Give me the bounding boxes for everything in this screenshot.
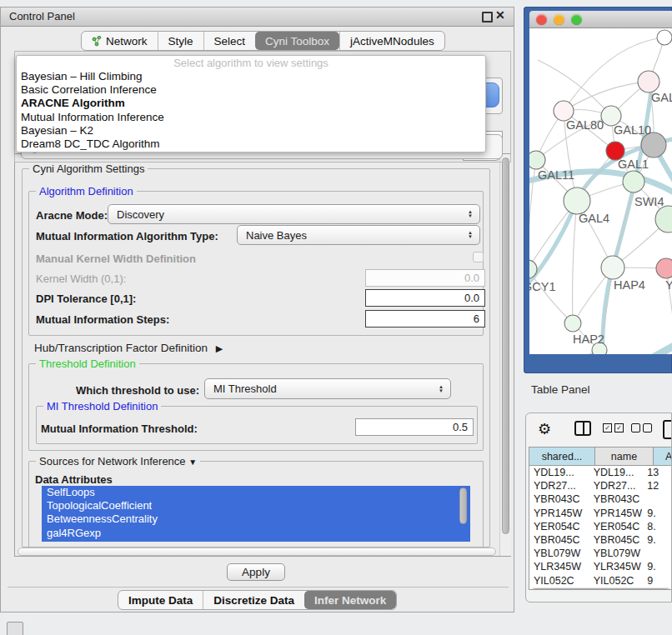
attribute-item-gal4rgexp[interactable]: gal4RGexp	[42, 527, 470, 540]
table-cell: YER054C	[589, 520, 643, 533]
split-panel-icon[interactable]	[574, 421, 591, 436]
table-cell: 9	[642, 574, 672, 588]
attribute-item-selfloops[interactable]: SelfLoops	[42, 486, 470, 499]
table-export-icon[interactable]	[663, 420, 672, 439]
settings-hscrollbar-track[interactable]	[18, 548, 496, 556]
table-cell: YBR045C	[589, 533, 643, 547]
table-row[interactable]: YLR345WYLR345W9.	[529, 560, 672, 573]
manual-kernel-width-checkbox[interactable]	[473, 252, 484, 262]
attribute-item-topologicalcoefficient[interactable]: TopologicalCoefficient	[42, 499, 470, 512]
select-all-checkboxes-icon[interactable]: ✓ ✓	[603, 423, 624, 432]
network-node[interactable]	[655, 206, 672, 232]
table-row[interactable]: YDL19...YDL19...13	[529, 466, 672, 479]
network-edge[interactable]	[564, 82, 649, 111]
hub-definition-toggle[interactable]: Hub/Transcription Factor Definition ▶	[34, 342, 223, 354]
minimize-traffic-light-icon[interactable]	[554, 14, 564, 25]
column-header-shared[interactable]: shared...	[529, 448, 595, 466]
algorithm-option-bayesian-hill-climbing[interactable]: Bayesian – Hill Climbing	[17, 70, 485, 83]
network-node-gal4[interactable]	[564, 188, 590, 214]
tab-infer-network[interactable]: Infer Network	[304, 591, 396, 609]
minimized-panel-icon[interactable]	[7, 622, 23, 635]
zoom-traffic-light-icon[interactable]	[571, 14, 582, 25]
screen: Control Panel ✕ NetworkStyleSelectCyni T…	[0, 0, 672, 635]
column-header-name[interactable]: name	[595, 448, 654, 466]
combo-arrows-icon: ▲▼	[439, 385, 444, 393]
algorithm-option-mutual-information-inference[interactable]: Mutual Information Inference	[17, 111, 485, 124]
attribute-item-betweennesscentrality[interactable]: BetweennessCentrality	[42, 512, 470, 526]
kernel-width-field[interactable]: 0.0	[365, 269, 485, 287]
table-row[interactable]: YER054CYER054C8.	[529, 520, 672, 533]
table-hscrollbar-track[interactable]	[530, 588, 672, 590]
mi-threshold-group: MI Threshold Definition Mutual Informati…	[36, 406, 478, 444]
algorithm-option-dream8-dc-tdc-algorithm[interactable]: Dream8 DC_TDC Algorithm	[17, 138, 485, 151]
close-icon[interactable]: ✕	[495, 8, 505, 22]
table-cell	[642, 492, 672, 506]
network-icon	[92, 36, 102, 47]
network-canvas[interactable]: GALGAL80GAL10GAL1GAL11SWI4GAL4GCY1HAP4YH…	[529, 28, 672, 354]
algorithm-definition-title: Algorithm Definition	[36, 185, 137, 198]
settings-vscrollbar-track[interactable]	[499, 154, 511, 556]
data-attributes-list[interactable]: SelfLoopsTopologicalCoefficientBetweenne…	[42, 486, 470, 542]
table-cell	[642, 547, 672, 560]
tab-impute-data[interactable]: Impute Data	[118, 591, 203, 609]
settings-hscrollbar-thumb[interactable]	[18, 548, 496, 556]
tab-select[interactable]: Select	[203, 32, 256, 50]
which-threshold-value: MI Threshold	[213, 382, 277, 395]
algorithm-option-aracne-algorithm[interactable]: ARACNE Algorithm	[17, 97, 485, 110]
mi-algorithm-type-combo[interactable]: Naive Bayes ▲▼	[237, 225, 480, 245]
network-node[interactable]	[657, 30, 672, 45]
network-edge-teal[interactable]	[529, 352, 599, 354]
tab-label: Network	[106, 35, 148, 48]
table-cell: 13	[642, 466, 672, 479]
chevron-right-icon: ▶	[216, 343, 223, 353]
dpi-tolerance-field[interactable]: 0.0	[365, 289, 485, 307]
cyni-bottom-tabbar: Impute DataDiscretize DataInfer Network	[118, 590, 397, 610]
control-panel-titlebar[interactable]: Control Panel ✕	[1, 8, 514, 27]
network-node-hap2[interactable]	[564, 315, 581, 332]
tab-network[interactable]: Network	[82, 32, 158, 50]
table-row[interactable]: YBR045CYBR045C9.	[529, 533, 672, 547]
table-row[interactable]: YBL079WYBL079W	[529, 547, 672, 560]
table-row[interactable]: YPR145WYPR145W9.	[529, 507, 672, 520]
tab-discretize-data[interactable]: Discretize Data	[203, 591, 304, 609]
algorithm-option-basic-correlation-inference[interactable]: Basic Correlation Inference	[17, 83, 485, 97]
network-edge-teal[interactable]	[626, 338, 672, 354]
float-window-icon[interactable]	[482, 12, 493, 22]
close-traffic-light-icon[interactable]	[536, 14, 547, 25]
apply-button[interactable]: Apply	[227, 563, 285, 581]
tab-style[interactable]: Style	[158, 32, 203, 50]
tab-cyni-toolbox[interactable]: Cyni Toolbox	[255, 32, 339, 50]
manual-kernel-width-label: Manual Kernel Width Definition	[36, 252, 196, 265]
gear-icon[interactable]: ⚙	[538, 420, 551, 438]
network-node-gal11[interactable]	[529, 151, 545, 169]
table-row[interactable]: YIL052CYIL052C9	[529, 574, 672, 588]
network-window-titlebar[interactable]	[529, 11, 672, 28]
aracne-mode-combo[interactable]: Discovery ▲▼	[108, 204, 480, 224]
network-node-label-hap2: HAP2	[573, 332, 604, 346]
network-node-swi4[interactable]	[623, 171, 644, 192]
table-row[interactable]: YBR043CYBR043C	[529, 492, 672, 506]
algorithm-dropdown-prompt: Select algorithm to view settings	[17, 56, 485, 70]
network-edge[interactable]	[573, 201, 577, 323]
which-threshold-combo[interactable]: MI Threshold ▲▼	[204, 378, 451, 399]
aracne-mode-value: Discovery	[117, 208, 164, 221]
mi-threshold-field[interactable]: 0.5	[355, 418, 474, 436]
network-node-label-gal10: GAL10	[614, 123, 651, 137]
column-header-a[interactable]: A	[654, 448, 672, 466]
chevron-down-icon[interactable]: ▼	[188, 458, 197, 467]
table-cell: YIL052C	[589, 574, 643, 588]
network-node-hap4[interactable]	[601, 256, 624, 279]
mi-steps-field[interactable]: 6	[365, 310, 485, 328]
network-node-label-swi4: SWI4	[634, 195, 664, 208]
threshold-definition-title: Threshold Definition	[36, 358, 139, 370]
deselect-all-checkboxes-icon[interactable]	[631, 423, 652, 432]
tab-jactivemnodules[interactable]: jActiveMNodules	[339, 32, 444, 50]
table-hscrollbar-thumb[interactable]	[531, 588, 670, 590]
algorithm-option-bayesian-k2[interactable]: Bayesian – K2	[17, 124, 485, 138]
tab-label: Style	[168, 35, 193, 48]
settings-vscrollbar-thumb[interactable]	[502, 158, 509, 534]
network-node-gal[interactable]	[638, 71, 659, 92]
network-node-y[interactable]	[656, 258, 672, 278]
attributes-list-scrollbar[interactable]	[459, 488, 467, 524]
table-row[interactable]: YDR27...YDR27...12	[529, 479, 672, 492]
